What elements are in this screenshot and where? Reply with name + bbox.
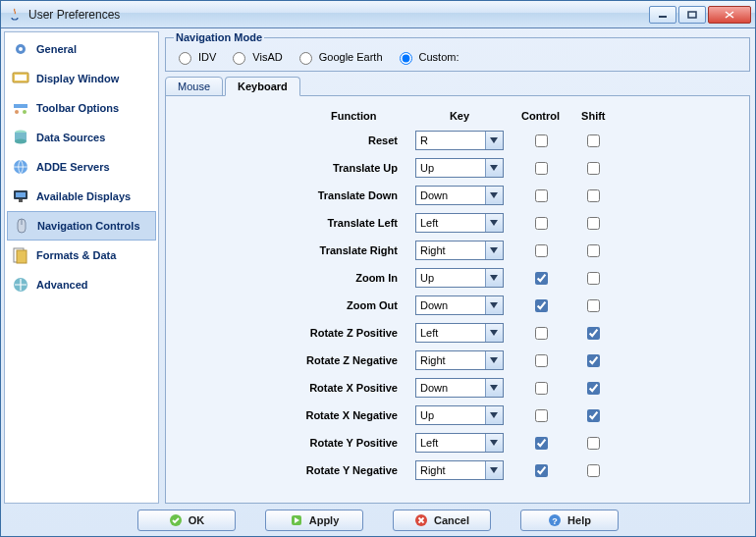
sidebar-item-toolbar-options[interactable]: Toolbar Options	[5, 93, 158, 123]
control-checkbox[interactable]	[535, 162, 548, 175]
key-combo[interactable]: Right	[415, 460, 504, 480]
mouse-icon	[12, 216, 31, 236]
shift-checkbox[interactable]	[587, 409, 600, 422]
tab-keyboard[interactable]: Keyboard	[225, 77, 300, 96]
nav-mode-option-label: IDV	[198, 51, 216, 63]
formats-icon	[11, 245, 30, 265]
function-label: Rotate X Negative	[299, 403, 407, 428]
function-table: Function Key Control Shift ResetRTransla…	[297, 104, 617, 485]
key-combo-value: R	[416, 132, 485, 149]
control-checkbox[interactable]	[535, 327, 548, 340]
key-combo[interactable]: Up	[415, 268, 504, 288]
header-function: Function	[299, 106, 407, 126]
help-button[interactable]: ? Help	[520, 510, 619, 531]
control-checkbox[interactable]	[535, 189, 548, 202]
window-title: User Preferences	[28, 8, 120, 22]
control-checkbox[interactable]	[535, 354, 548, 367]
table-row: Rotate Y PositiveLeft	[299, 430, 615, 456]
control-checkbox[interactable]	[535, 217, 548, 230]
control-checkbox[interactable]	[535, 244, 548, 257]
nav-mode-option-label: Custom:	[419, 51, 459, 63]
tabs: MouseKeyboard	[165, 77, 750, 96]
chevron-down-icon[interactable]	[485, 214, 503, 232]
sidebar-item-label: Available Displays	[36, 190, 131, 202]
chevron-down-icon[interactable]	[485, 159, 503, 177]
key-combo[interactable]: Down	[415, 295, 504, 315]
key-combo[interactable]: Down	[415, 378, 504, 398]
control-checkbox[interactable]	[535, 464, 548, 477]
chevron-down-icon[interactable]	[485, 351, 503, 369]
nav-mode-option-google-earth[interactable]: Google Earth	[295, 49, 383, 65]
sidebar-item-formats-data[interactable]: Formats & Data	[5, 241, 158, 270]
chevron-down-icon[interactable]	[485, 461, 503, 479]
svg-rect-0	[659, 16, 667, 18]
sidebar-item-available-displays[interactable]: Available Displays	[5, 182, 158, 211]
key-combo[interactable]: Left	[415, 323, 504, 343]
chevron-down-icon[interactable]	[485, 187, 503, 204]
control-checkbox[interactable]	[535, 409, 548, 422]
key-combo[interactable]: Left	[415, 213, 504, 233]
sidebar-item-data-sources[interactable]: Data Sources	[5, 123, 158, 152]
nav-mode-option-custom[interactable]: Custom:	[395, 49, 459, 65]
chevron-down-icon[interactable]	[485, 379, 503, 397]
chevron-down-icon[interactable]	[485, 242, 503, 259]
key-combo[interactable]: Right	[415, 241, 504, 260]
shift-checkbox[interactable]	[587, 382, 600, 395]
ok-button[interactable]: OK	[137, 510, 236, 531]
maximize-button[interactable]	[678, 6, 706, 24]
shift-checkbox[interactable]	[587, 464, 600, 477]
key-combo[interactable]: Left	[415, 433, 504, 453]
chevron-down-icon[interactable]	[485, 296, 503, 314]
tab-mouse[interactable]: Mouse	[165, 77, 223, 96]
help-icon: ?	[548, 513, 562, 527]
control-checkbox[interactable]	[535, 437, 548, 450]
nav-mode-option-idv[interactable]: IDV	[174, 49, 216, 65]
shift-checkbox[interactable]	[587, 437, 600, 450]
chevron-down-icon[interactable]	[485, 132, 503, 149]
nav-mode-option-visad[interactable]: VisAD	[228, 49, 282, 65]
shift-checkbox[interactable]	[587, 217, 600, 230]
shift-checkbox[interactable]	[587, 134, 600, 147]
sidebar-item-advanced[interactable]: Advanced	[5, 270, 158, 299]
key-combo[interactable]: Up	[415, 158, 504, 178]
key-combo[interactable]: Right	[415, 350, 504, 370]
nav-mode-radio[interactable]	[233, 52, 245, 65]
table-row: Rotate X NegativeUp	[299, 403, 615, 428]
key-combo[interactable]: Down	[415, 186, 504, 205]
minimize-button[interactable]	[649, 6, 676, 24]
shift-checkbox[interactable]	[587, 299, 600, 312]
key-combo[interactable]: R	[415, 131, 504, 150]
key-combo-value: Left	[416, 214, 485, 232]
close-button[interactable]	[708, 6, 751, 24]
nav-mode-radio[interactable]	[179, 52, 191, 65]
navigation-mode-options: IDVVisADGoogle EarthCustom:	[174, 49, 741, 65]
nav-mode-radio[interactable]	[299, 52, 312, 65]
table-row: Translate DownDown	[299, 183, 615, 208]
nav-mode-radio[interactable]	[400, 52, 412, 65]
key-combo[interactable]: Up	[415, 405, 504, 425]
chevron-down-icon[interactable]	[485, 324, 503, 342]
shift-checkbox[interactable]	[587, 244, 600, 257]
sidebar-item-navigation-controls[interactable]: Navigation Controls	[7, 211, 156, 241]
shift-checkbox[interactable]	[587, 327, 600, 340]
chevron-down-icon[interactable]	[485, 269, 503, 287]
shift-checkbox[interactable]	[587, 162, 600, 175]
sidebar-item-general[interactable]: General	[5, 34, 158, 64]
cancel-button[interactable]: Cancel	[393, 510, 491, 531]
shift-checkbox[interactable]	[587, 272, 600, 285]
control-checkbox[interactable]	[535, 299, 548, 312]
sidebar-item-display-window[interactable]: Display Window	[5, 64, 158, 93]
svg-point-11	[15, 139, 27, 144]
chevron-down-icon[interactable]	[485, 406, 503, 424]
shift-checkbox[interactable]	[587, 189, 600, 202]
control-checkbox[interactable]	[535, 382, 548, 395]
svg-rect-15	[19, 199, 23, 202]
chevron-down-icon[interactable]	[485, 434, 503, 452]
control-checkbox[interactable]	[535, 134, 548, 147]
svg-text:?: ?	[552, 516, 558, 526]
sidebar-item-adde-servers[interactable]: ADDE Servers	[5, 152, 158, 182]
control-checkbox[interactable]	[535, 272, 548, 285]
apply-button[interactable]: Apply	[265, 510, 363, 531]
shift-checkbox[interactable]	[587, 354, 600, 367]
sidebar-item-label: Formats & Data	[36, 249, 116, 261]
